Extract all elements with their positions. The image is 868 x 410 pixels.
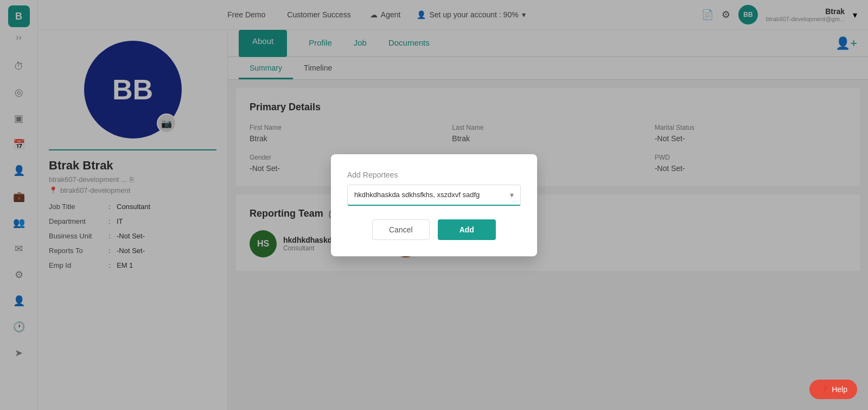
- modal-buttons: Cancel Add: [347, 219, 521, 240]
- modal-dropdown-icon[interactable]: ▾: [510, 191, 514, 199]
- cancel-button[interactable]: Cancel: [372, 219, 430, 240]
- modal-title: Add Reportees: [347, 171, 521, 179]
- reportees-input-container[interactable]: hkdhkdhaskda sdkhsfkhs, xszdxvf sadfg ▾: [347, 185, 521, 206]
- help-label: Help: [832, 385, 847, 394]
- help-button[interactable]: ❓ Help: [809, 380, 857, 399]
- help-circle-icon: ❓: [819, 385, 828, 394]
- reportees-input-value[interactable]: hkdhkdhaskda sdkhsfkhs, xszdxvf sadfg: [354, 191, 510, 199]
- add-reportees-modal: Add Reportees hkdhkdhaskda sdkhsfkhs, xs…: [331, 154, 537, 256]
- add-button[interactable]: Add: [438, 219, 496, 240]
- modal-overlay: Add Reportees hkdhkdhaskda sdkhsfkhs, xs…: [0, 0, 868, 410]
